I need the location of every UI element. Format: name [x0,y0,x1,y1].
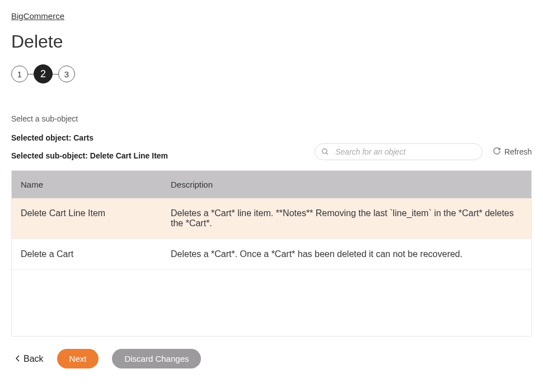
step-1[interactable]: 1 [11,66,28,82]
stepper: 1 2 3 [11,64,532,83]
discard-changes-button[interactable]: Discard Changes [112,349,201,368]
search-icon [321,148,329,156]
row-description: Deletes a *Cart*. Once a *Cart* has been… [162,239,531,270]
step-connector [53,74,58,74]
refresh-button[interactable]: Refresh [493,147,532,157]
row-name: Delete a Cart [12,239,162,270]
section-label: Select a sub-object [11,114,532,123]
footer-actions: Back Next Discard Changes [11,349,532,368]
next-button[interactable]: Next [57,349,99,368]
table-row[interactable]: Delete a CartDeletes a *Cart*. Once a *C… [12,239,531,270]
sub-object-table: Name Description Delete Cart Line ItemDe… [11,170,532,337]
row-description: Deletes a *Cart* line item. **Notes** Re… [162,198,531,239]
back-label: Back [24,354,44,364]
breadcrumb-link[interactable]: BigCommerce [11,11,64,21]
column-header-description: Description [162,171,531,198]
search-container [315,143,483,160]
refresh-label: Refresh [504,147,532,156]
search-input[interactable] [315,143,483,160]
column-header-name: Name [12,171,162,198]
svg-line-1 [326,153,328,155]
step-3[interactable]: 3 [58,66,75,82]
table-row[interactable]: Delete Cart Line ItemDeletes a *Cart* li… [12,198,531,239]
refresh-icon [493,147,501,157]
selected-object: Selected object: Carts [11,133,168,142]
page-title: Delete [11,31,532,52]
row-name: Delete Cart Line Item [12,198,162,239]
step-connector [28,74,34,74]
step-2[interactable]: 2 [34,64,53,83]
back-button[interactable]: Back [16,354,44,364]
selected-sub-object: Selected sub-object: Delete Cart Line It… [11,151,168,160]
chevron-left-icon [16,354,20,364]
svg-point-0 [322,149,327,153]
